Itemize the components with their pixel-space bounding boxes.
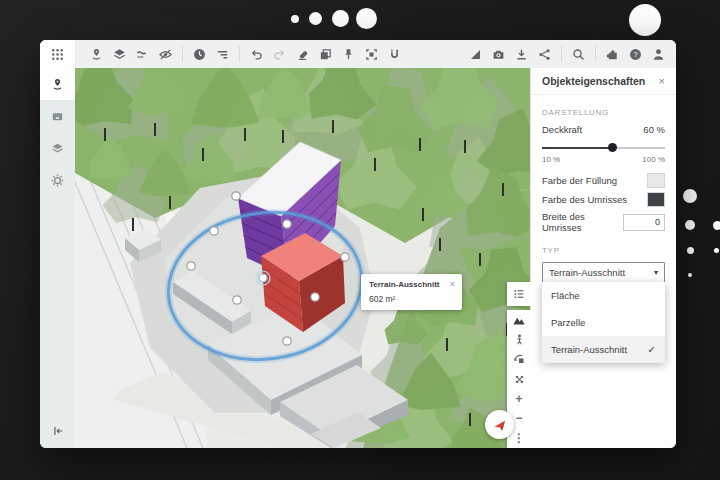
legend-button[interactable] (507, 282, 531, 306)
history-button[interactable] (188, 40, 211, 68)
opacity-value: 60 % (643, 124, 665, 135)
screenshot-button[interactable] (487, 40, 510, 68)
sidebar-item-settings[interactable] (40, 164, 75, 196)
terrain-mountains-icon (512, 313, 526, 327)
layers-button[interactable] (108, 40, 131, 68)
app-window: ? (40, 40, 676, 448)
download-button[interactable] (510, 40, 533, 68)
expand-button[interactable] (507, 369, 531, 389)
map-pin-ground-icon (50, 77, 65, 92)
decor-dot (687, 247, 694, 254)
dropdown-option-flaeche[interactable]: Fläche (542, 282, 665, 309)
measure-button[interactable] (464, 40, 487, 68)
toolbar-separator (239, 46, 240, 62)
undo-button[interactable] (245, 40, 268, 68)
decor-dot (629, 4, 661, 36)
select-area-icon (364, 47, 379, 62)
plugin-button[interactable] (601, 40, 624, 68)
terrain-button[interactable] (507, 310, 531, 330)
street-view-pegman-icon (513, 333, 526, 346)
map-pin-ground-icon (89, 47, 104, 62)
map-3d-scene[interactable] (75, 68, 531, 448)
eraser-button[interactable] (291, 40, 314, 68)
search-icon (571, 47, 586, 62)
filter-sort-button[interactable] (211, 40, 234, 68)
plugin-puzzle-icon (605, 47, 620, 62)
download-icon (514, 47, 529, 62)
legend-list-icon (512, 287, 526, 301)
compass-button[interactable] (485, 410, 514, 439)
help-button[interactable]: ? (624, 40, 647, 68)
duplicate-button[interactable] (314, 40, 337, 68)
decor-dot (688, 273, 692, 277)
compass-needle-icon (489, 414, 510, 435)
rotate-3d-icon (512, 352, 526, 366)
opacity-min-label: 10 % (542, 155, 560, 164)
settings-gear-icon (50, 173, 65, 188)
select-area-button[interactable] (360, 40, 383, 68)
type-select[interactable]: Terrain-Ausschnitt ▾ (542, 262, 665, 283)
dropdown-option-terrain-ausschnitt[interactable]: Terrain-Ausschnitt ✓ (542, 336, 665, 363)
eraser-icon (295, 47, 310, 62)
toolbar-separator (561, 46, 562, 62)
pushpin-button[interactable] (337, 40, 360, 68)
apps-grid-button[interactable] (40, 40, 75, 68)
filter-sort-icon (215, 47, 230, 62)
decor-dot (356, 8, 377, 29)
opacity-label: Deckkraft (542, 124, 582, 135)
opacity-slider[interactable] (542, 143, 665, 152)
panel-close-icon[interactable]: × (659, 75, 665, 87)
outline-width-input[interactable]: 0 (623, 214, 665, 231)
frame-screen-icon (50, 109, 65, 124)
decor-dot (309, 12, 322, 25)
measure-triangle-icon (468, 47, 483, 62)
opacity-max-label: 100 % (642, 155, 665, 164)
visibility-off-button[interactable] (154, 40, 177, 68)
fill-color-label: Farbe der Füllung (542, 175, 617, 186)
outline-color-swatch[interactable] (647, 192, 665, 207)
history-clock-icon (192, 47, 207, 62)
map-viewport[interactable]: Terrain-Ausschnitt × 602 m² + − ⋮ (75, 68, 531, 448)
tooltip-title: Terrain-Ausschnitt (369, 280, 440, 289)
contour-lines-button[interactable] (131, 40, 154, 68)
decor-dot (713, 221, 720, 230)
svg-text:?: ? (633, 50, 637, 59)
decor-dot (683, 189, 697, 203)
zoom-in-button[interactable]: + (507, 389, 531, 409)
share-button[interactable] (533, 40, 556, 68)
rotate-3d-button[interactable] (507, 349, 531, 369)
top-toolbar: ? (40, 40, 676, 69)
toolbar-right-group: ? (464, 40, 676, 68)
decor-dot (714, 248, 719, 253)
fill-color-swatch[interactable] (647, 173, 665, 188)
sidebar-item-layers[interactable] (40, 132, 75, 164)
panel-title: Objekteigenschaften (542, 75, 645, 87)
desktop-background: ? (0, 0, 720, 480)
contour-lines-icon (135, 47, 150, 62)
sidebar-item-objects[interactable] (40, 68, 75, 100)
sidebar-item-frame[interactable] (40, 100, 75, 132)
collapse-sidebar-button[interactable] (40, 418, 75, 444)
display-section-heading: DARSTELLUNG (542, 108, 665, 117)
redo-button[interactable] (268, 40, 291, 68)
search-button[interactable] (567, 40, 590, 68)
collapse-panel-icon (51, 424, 65, 438)
layers-icon (112, 47, 127, 62)
outline-width-label: Breite des Umrisses (542, 211, 623, 233)
undo-icon (249, 47, 264, 62)
slider-thumb[interactable] (608, 143, 617, 152)
account-button[interactable] (647, 40, 670, 68)
street-view-button[interactable] (507, 330, 531, 350)
account-person-icon (651, 47, 666, 62)
map-pin-button[interactable] (85, 40, 108, 68)
magnet-button[interactable] (383, 40, 406, 68)
toolbar-separator (182, 46, 183, 62)
tooltip-close-icon[interactable]: × (450, 280, 455, 288)
area-tooltip: Terrain-Ausschnitt × 602 m² (361, 274, 462, 310)
duplicate-icon (318, 47, 333, 62)
help-icon: ? (628, 47, 643, 62)
toolbar-separator (595, 46, 596, 62)
dropdown-option-parzelle[interactable]: Parzelle (542, 309, 665, 336)
left-sidebar (40, 68, 76, 448)
expand-icon (513, 373, 526, 386)
